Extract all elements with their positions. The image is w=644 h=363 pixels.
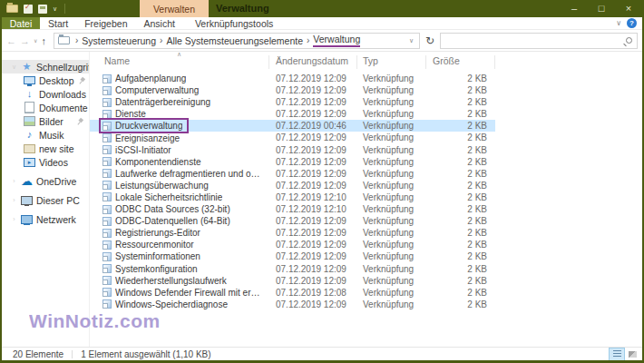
table-row[interactable]: Systeminformationen07.12.2019 12:09Verkn… (90, 250, 495, 262)
column-header-type[interactable]: Typ (363, 55, 378, 66)
explorer-window: ∨ Verwalten Verwaltung – □ × Datei Start… (0, 0, 644, 363)
breadcrumb-separator-icon: › (72, 35, 82, 45)
file-type: Verknüpfung (363, 203, 414, 215)
file-size: 2 KB (422, 287, 487, 299)
address-dropdown-chevron-icon[interactable]: ∨ (409, 37, 415, 44)
breadcrumb-item[interactable]: Verwaltung (313, 34, 360, 47)
file-size: 2 KB (422, 120, 487, 132)
table-row[interactable]: iSCSI-Initiator07.12.2019 12:09Verknüpfu… (90, 144, 495, 156)
column-separator[interactable] (356, 55, 357, 69)
history-chevron-icon[interactable]: ∨ (34, 37, 37, 44)
column-separator[interactable] (494, 55, 495, 69)
file-date: 07.12.2019 12:09 (276, 73, 346, 84)
file-name: Windows Defender Firewall mit erweiterte… (115, 288, 265, 298)
file-name-cell: Registrierungs-Editor (101, 227, 205, 239)
file-date: 07.12.2019 12:09 (276, 144, 346, 156)
table-row[interactable]: Laufwerke defragmentieren und optimieren… (90, 168, 495, 180)
sidebar-item-new-site[interactable]: new site (2, 142, 89, 155)
sidebar-item-musik[interactable]: ♪Musik (2, 128, 89, 142)
table-row[interactable]: Komponentendienste07.12.2019 12:09Verknü… (90, 156, 495, 168)
sidebar-item-label: OneDrive (36, 176, 76, 187)
table-row[interactable]: Dienste07.12.2019 12:09Verknüpfung2 KB (90, 108, 495, 120)
table-row[interactable]: Ereignisanzeige07.12.2019 12:09Verknüpfu… (90, 132, 495, 143)
table-row[interactable]: Lokale Sicherheitsrichtlinie07.12.2019 1… (90, 191, 495, 203)
table-row[interactable]: Systemkonfiguration07.12.2019 12:09Verkn… (90, 263, 495, 275)
table-row[interactable]: Windows Defender Firewall mit erweiterte… (90, 287, 495, 299)
tab-start[interactable]: Start (40, 17, 76, 29)
file-date: 07.12.2019 12:09 (276, 84, 346, 96)
tab-freigeben[interactable]: Freigeben (76, 17, 135, 29)
file-date: 07.12.2019 12:09 (276, 180, 346, 191)
table-row[interactable]: ODBC-Datenquellen (64-Bit)07.12.2019 12:… (90, 215, 495, 227)
search-input[interactable] (445, 35, 626, 46)
navigation-buttons: ← → ∨ ↑ (6, 35, 54, 46)
file-type: Verknüpfung (363, 144, 414, 156)
sidebar-item-label: Downloads (39, 89, 86, 100)
sidebar-item-schnellzugriff[interactable]: ∨★Schnellzugriff (2, 60, 89, 74)
help-icon[interactable]: ? (627, 18, 637, 28)
sidebar-item-label: Dieser PC (36, 195, 80, 206)
refresh-icon[interactable]: ↻ (420, 34, 440, 47)
table-row[interactable]: Leistungsüberwachung07.12.2019 12:09Verk… (90, 180, 495, 191)
expand-chevron-icon[interactable]: › (11, 178, 17, 184)
column-header-size[interactable]: Größe (433, 55, 460, 66)
back-arrow-icon[interactable]: ← (6, 35, 16, 46)
sidebar-item-downloads[interactable]: ↓Downloads (2, 87, 89, 101)
column-header-date[interactable]: Änderungsdatum (276, 55, 348, 66)
address-field[interactable]: ›Systemsteuerung›Alle Systemsteuerungsel… (54, 33, 420, 49)
column-header-name[interactable]: Name (104, 55, 130, 66)
file-type: Verknüpfung (363, 263, 414, 275)
up-arrow-icon[interactable]: ↑ (41, 35, 46, 46)
large-icons-view-button[interactable] (625, 348, 639, 360)
table-row[interactable]: Ressourcenmonitor07.12.2019 12:09Verknüp… (90, 239, 495, 250)
details-view-button[interactable] (610, 348, 624, 360)
column-separator[interactable] (425, 55, 426, 69)
minimize-button[interactable]: – (561, 0, 588, 17)
contextual-tab-group-header[interactable]: Verwalten (140, 0, 209, 17)
titlebar: ∨ Verwalten Verwaltung – □ × (2, 0, 642, 17)
file-size: 2 KB (422, 180, 487, 191)
sidebar-item-bilder[interactable]: Bilder (2, 114, 89, 128)
table-row[interactable]: Registrierungs-Editor07.12.2019 12:09Ver… (90, 227, 495, 239)
qat-properties-icon[interactable] (24, 5, 33, 14)
sidebar-item-dieser-pc[interactable]: ›Dieser PC (2, 193, 89, 207)
table-row[interactable]: Computerverwaltung07.12.2019 12:09Verknü… (90, 84, 495, 96)
sidebar-item-videos[interactable]: Videos (2, 155, 89, 169)
table-row[interactable]: Druckverwaltung07.12.2019 00:46Verknüpfu… (90, 120, 495, 132)
qat-customize-chevron-icon[interactable]: ∨ (53, 0, 57, 17)
sidebar-item-desktop[interactable]: Desktop (2, 74, 89, 87)
file-shortcut-icon (102, 217, 112, 226)
tab-datei[interactable]: Datei (2, 17, 40, 29)
table-row[interactable]: ODBC Data Sources (32-bit)07.12.2019 12:… (90, 203, 495, 215)
file-date: 07.12.2019 12:09 (276, 239, 346, 250)
ribbon-collapse-chevron-icon[interactable]: ∨ (616, 19, 621, 27)
table-row[interactable]: Wiederherstellungslaufwerk07.12.2019 12:… (90, 275, 495, 287)
file-size: 2 KB (422, 156, 487, 168)
file-size: 2 KB (422, 144, 487, 156)
search-icon (626, 37, 632, 44)
expand-chevron-icon[interactable]: › (11, 216, 17, 222)
qat-new-folder-icon[interactable] (38, 5, 47, 14)
sidebar-item-onedrive[interactable]: ›☁OneDrive (2, 174, 89, 188)
maximize-button[interactable]: □ (588, 0, 615, 17)
expand-chevron-icon[interactable]: › (11, 197, 17, 203)
breadcrumb-item[interactable]: Alle Systemsteuerungselemente (166, 35, 303, 46)
tab-ansicht[interactable]: Ansicht (135, 17, 182, 29)
ribbon-right-controls: ∨ ? (616, 17, 642, 29)
table-row[interactable]: Aufgabenplanung07.12.2019 12:09Verknüpfu… (90, 73, 495, 84)
file-shortcut-icon (102, 181, 112, 190)
file-type: Verknüpfung (363, 132, 414, 143)
tab-verknuepfungstools[interactable]: Verknüpfungstools (187, 17, 281, 29)
expand-chevron-icon[interactable]: ∨ (11, 64, 17, 71)
table-row[interactable]: Datenträgerbereinigung07.12.2019 12:09Ve… (90, 96, 495, 108)
breadcrumb-item[interactable]: Systemsteuerung (82, 35, 156, 46)
music-icon: ♪ (24, 130, 35, 141)
sidebar-item-netzwerk[interactable]: ›Netzwerk (2, 212, 89, 226)
close-button[interactable]: × (615, 0, 642, 17)
table-row[interactable]: Windows-Speicherdiagnose07.12.2019 12:09… (90, 299, 495, 310)
breadcrumb: ›Systemsteuerung›Alle Systemsteuerungsel… (72, 34, 360, 47)
column-separator[interactable] (268, 55, 269, 69)
sidebar-item-dokumente[interactable]: Dokumente (2, 101, 89, 114)
file-name: iSCSI-Initiator (115, 145, 171, 155)
forward-arrow-icon[interactable]: → (20, 35, 30, 46)
